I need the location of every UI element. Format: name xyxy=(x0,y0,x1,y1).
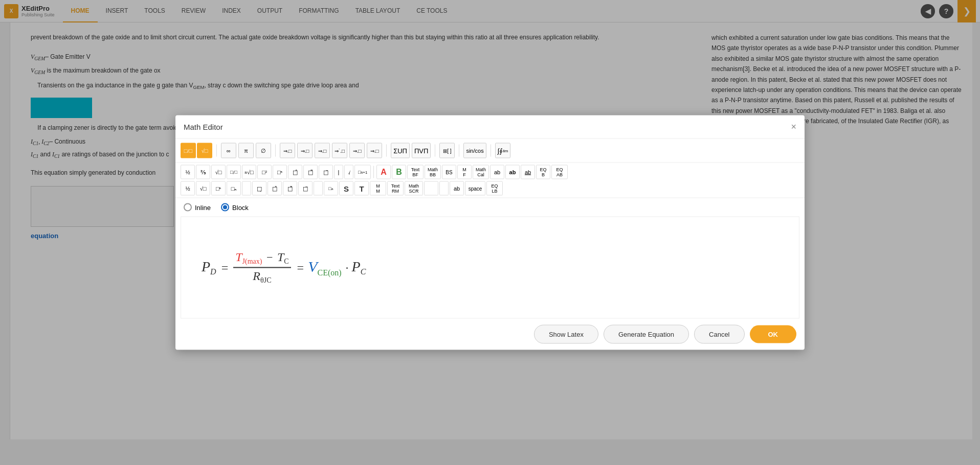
separator4 xyxy=(435,145,435,157)
sym-frac[interactable]: □/□ xyxy=(227,165,241,179)
sym-ab-underline[interactable]: ab xyxy=(521,165,535,179)
sym-ab2[interactable]: ab xyxy=(505,165,520,179)
sym-BF[interactable]: TextBF xyxy=(407,165,424,179)
block-radio-label[interactable]: Block xyxy=(221,203,249,212)
arrow-box4-button[interactable]: ⇒˙.□ xyxy=(332,143,347,158)
inline-label: Inline xyxy=(195,203,211,211)
sym-half2[interactable]: ½ xyxy=(181,181,195,196)
sym-EQ-B[interactable]: EQB xyxy=(536,165,550,179)
sqrt-button[interactable]: √□ xyxy=(197,143,212,158)
sym-ab3[interactable]: ab xyxy=(450,181,464,196)
sym-superscript-n1[interactable]: □n+1 xyxy=(354,165,371,179)
sym-EQ-AB[interactable]: EQAB xyxy=(551,165,568,179)
sym-power[interactable]: □ⁿ xyxy=(273,165,287,179)
separator2 xyxy=(275,145,276,157)
sym-sq[interactable]: □² xyxy=(257,165,272,179)
app-shell: X XEditPro Publishing Suite HOME INSERT … xyxy=(0,0,980,465)
sym-tilde[interactable]: □̃ xyxy=(303,165,318,179)
sym-tilde2[interactable]: □̃ xyxy=(283,181,297,196)
modal-title: Math Editor xyxy=(184,123,223,131)
infinity-button[interactable]: ∞ xyxy=(221,143,236,158)
symbol-grid-row1: ½ ⅔ √□ □/□ n√□ □² □ⁿ □̂ □̃ □̈ | 𝘪 □n+1 A… xyxy=(175,163,805,198)
sym-ddot[interactable]: □̈ xyxy=(319,165,333,179)
math-equation: PD = TJ(max) − TC RθJC = VCE(on) xyxy=(202,250,366,285)
eq-fraction: TJ(max) − TC RθJC xyxy=(233,250,291,285)
eq-numerator: TJ(max) − TC xyxy=(233,250,291,268)
sym-hat[interactable]: □̂ xyxy=(288,165,302,179)
sym-empty1[interactable] xyxy=(242,181,251,196)
sym-ab1[interactable]: ab xyxy=(490,165,504,179)
sym-italic-i[interactable]: 𝘪 xyxy=(344,165,353,179)
block-radio[interactable] xyxy=(221,203,229,212)
emptyset-button[interactable]: ∅ xyxy=(256,143,271,158)
modal-close-button[interactable]: × xyxy=(791,122,796,132)
sym-MM[interactable]: MM xyxy=(370,181,386,196)
eq-denominator: RθJC xyxy=(251,268,273,285)
separator1 xyxy=(216,145,217,157)
math-editor-modal: Math Editor × □/□ √□ ∞ π ∅ ⇒.□ ⇒.□ ⇒.□ ⇒… xyxy=(175,115,805,350)
sym-half[interactable]: ½ xyxy=(181,165,195,179)
sym-twothirds[interactable]: ⅔ xyxy=(196,165,210,179)
sym-ddot2[interactable]: □̈ xyxy=(298,181,313,196)
sym-EQ-LB[interactable]: EQLB xyxy=(486,181,503,196)
sym-dotbelow[interactable]: □̣ xyxy=(252,181,266,196)
fraction-button[interactable]: □/□ xyxy=(181,143,196,158)
sincos-button[interactable]: sin/cos xyxy=(463,143,486,158)
modal-header: Math Editor × xyxy=(175,115,805,139)
math-toolbar: □/□ √□ ∞ π ∅ ⇒.□ ⇒.□ ⇒.□ ⇒˙.□ ⇒.□ ⇒.□ ΣU… xyxy=(175,139,805,163)
show-latex-button[interactable]: Show Latex xyxy=(534,325,598,344)
sym-empty4[interactable] xyxy=(439,181,449,196)
sym-sqrt2[interactable]: √□ xyxy=(196,181,210,196)
sym-sep1 xyxy=(373,166,374,178)
eq-dot: · xyxy=(346,261,349,274)
eq-PC: PC xyxy=(352,259,366,277)
matrix-button[interactable]: ⊞[ ] xyxy=(439,143,455,158)
sym-empty3[interactable] xyxy=(424,181,438,196)
separator5 xyxy=(459,145,459,157)
cancel-button[interactable]: Cancel xyxy=(694,325,744,344)
arrow-box2-button[interactable]: ⇒.□ xyxy=(297,143,313,158)
generate-equation-button[interactable]: Generate Equation xyxy=(604,325,689,344)
sym-bold-A[interactable]: A xyxy=(376,165,391,179)
separator3 xyxy=(386,145,387,157)
integral-button[interactable]: ∫∮ lim xyxy=(495,143,511,158)
block-label: Block xyxy=(232,203,249,211)
sym-bold-T[interactable]: T xyxy=(354,181,369,196)
sym-RM[interactable]: TextRM xyxy=(387,181,404,196)
sym-sub2[interactable]: □ₙ xyxy=(324,181,338,196)
product-join-button[interactable]: ΠVΠ xyxy=(412,143,431,158)
inline-radio[interactable] xyxy=(184,203,192,212)
sym-bar[interactable]: | xyxy=(334,165,343,179)
sym-bold-B[interactable]: B xyxy=(392,165,406,179)
sym-space[interactable]: space xyxy=(465,181,485,196)
sym-empty2[interactable] xyxy=(314,181,323,196)
sym-hat2[interactable]: □̂ xyxy=(268,181,282,196)
sym-bold-S[interactable]: S xyxy=(339,181,353,196)
sym-BB[interactable]: MathBB xyxy=(425,165,441,179)
separator6 xyxy=(491,145,491,157)
sym-MF[interactable]: MF xyxy=(457,165,472,179)
eq-equals2: = xyxy=(297,261,304,274)
sym-power2[interactable]: □ⁿ xyxy=(211,181,226,196)
modal-footer: Show Latex Generate Equation Cancel OK xyxy=(175,319,805,350)
eq-equals1: = xyxy=(221,261,229,274)
sym-BS[interactable]: BS xyxy=(442,165,456,179)
pi-button[interactable]: π xyxy=(238,143,254,158)
arrow-box5-button[interactable]: ⇒.□ xyxy=(349,143,365,158)
fraction-sqrt-group: □/□ √□ xyxy=(181,143,212,158)
sym-sub-n[interactable]: □ₙ xyxy=(227,181,241,196)
sym-Cal[interactable]: MathCal xyxy=(473,165,489,179)
eq-VCE: VCE(on) xyxy=(308,258,341,277)
sum-union-button[interactable]: ΣUΠ xyxy=(391,143,410,158)
inline-radio-label[interactable]: Inline xyxy=(184,203,211,212)
sym-sqrt[interactable]: √□ xyxy=(211,165,226,179)
arrow-box1-button[interactable]: ⇒.□ xyxy=(280,143,295,158)
arrow-box3-button[interactable]: ⇒.□ xyxy=(315,143,330,158)
mode-selector: Inline Block xyxy=(175,198,805,217)
ok-button[interactable]: OK xyxy=(750,326,797,343)
sym-nthroot[interactable]: n√□ xyxy=(242,165,256,179)
equation-preview: PD = TJ(max) − TC RθJC = VCE(on) xyxy=(181,217,799,319)
arrow-box6-button[interactable]: ⇒.□ xyxy=(367,143,382,158)
eq-PD: PD xyxy=(202,259,216,277)
sym-SCR[interactable]: MathSCR xyxy=(405,181,423,196)
